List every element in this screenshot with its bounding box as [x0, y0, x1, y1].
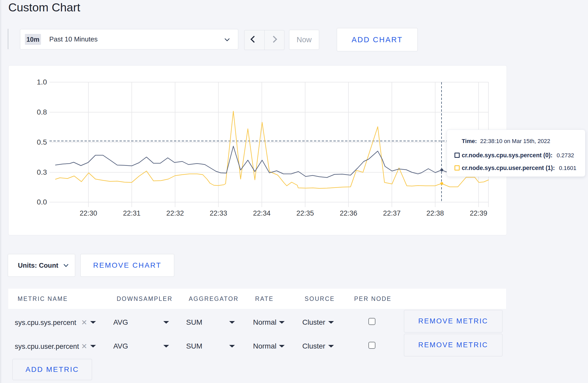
svg-text:22:37: 22:37 — [383, 209, 401, 217]
svg-text:22:33: 22:33 — [210, 209, 227, 217]
svg-text:22:34: 22:34 — [253, 209, 271, 217]
svg-text:22:31: 22:31 — [123, 209, 141, 217]
svg-text:22:36: 22:36 — [340, 209, 357, 217]
svg-text:0.3: 0.3 — [37, 168, 47, 176]
svg-text:0.0: 0.0 — [37, 198, 47, 206]
svg-text:22:30: 22:30 — [80, 209, 97, 217]
svg-text:0.8: 0.8 — [37, 108, 47, 116]
svg-text:0.5: 0.5 — [37, 138, 47, 146]
svg-text:22:38: 22:38 — [426, 209, 444, 217]
svg-text:22:32: 22:32 — [166, 209, 184, 217]
svg-text:22:39: 22:39 — [470, 209, 487, 217]
svg-text:1.0: 1.0 — [37, 78, 47, 86]
svg-text:22:35: 22:35 — [296, 209, 314, 217]
